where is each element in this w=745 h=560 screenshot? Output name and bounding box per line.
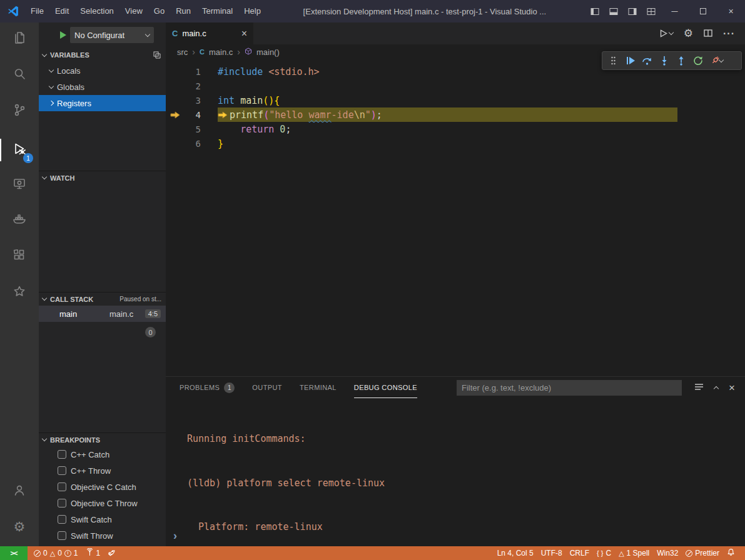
code-line[interactable]: 3 int main(){: [166, 93, 745, 108]
checkbox[interactable]: [58, 450, 66, 459]
menu-item-go[interactable]: Go: [148, 0, 170, 22]
breadcrumb-folder[interactable]: src: [177, 48, 188, 57]
close-window-button[interactable]: ×: [717, 0, 745, 22]
checkbox[interactable]: [58, 499, 66, 508]
close-panel-icon[interactable]: ×: [729, 382, 735, 393]
menu-item-run[interactable]: Run: [170, 0, 196, 22]
eol-indicator[interactable]: CRLF: [566, 546, 593, 560]
code-line-current[interactable]: 4 printf("hello wamr-ide\n");: [166, 108, 745, 122]
language-mode[interactable]: { } C: [593, 546, 615, 560]
stack-frame-row[interactable]: main main.c 4:5: [39, 306, 166, 322]
step-out-icon[interactable]: [672, 52, 689, 69]
panel-tab-bar: PROBLEMS 1 OUTPUT TERMINAL DEBUG CONSOLE…: [166, 377, 745, 398]
activity-explorer[interactable]: [0, 24, 39, 54]
c-language-icon: C: [172, 29, 178, 38]
maximize-button[interactable]: [689, 0, 717, 22]
debug-console-output: Running initCommands: (lldb) platform se…: [166, 398, 745, 560]
star-icon: [12, 284, 27, 301]
debug-config-dropdown[interactable]: No Configurat: [70, 27, 154, 43]
tab-main-c[interactable]: C main.c ×: [166, 22, 253, 44]
activity-docker[interactable]: [0, 205, 39, 235]
toolbar-drag-grip[interactable]: [605, 52, 622, 69]
code-line[interactable]: 5 return 0;: [166, 122, 745, 136]
breakpoint-gutter[interactable]: [166, 111, 185, 119]
prettier-status[interactable]: Prettier: [682, 546, 723, 560]
menu-item-help[interactable]: Help: [238, 0, 266, 22]
variables-item-locals[interactable]: Locals: [39, 62, 166, 79]
remote-indicator[interactable]: ><: [0, 546, 28, 560]
step-into-icon[interactable]: [656, 52, 672, 69]
code-line[interactable]: 6 }: [166, 136, 745, 151]
activity-accounts[interactable]: [0, 476, 39, 506]
breakpoint-row-cpp-catch[interactable]: C++ Catch: [39, 446, 166, 462]
tab-output[interactable]: OUTPUT: [252, 377, 282, 398]
checkbox[interactable]: [58, 482, 66, 491]
menu-item-terminal[interactable]: Terminal: [196, 0, 238, 22]
split-editor-icon[interactable]: [704, 28, 712, 39]
activity-search[interactable]: [0, 60, 39, 90]
cursor-position[interactable]: Ln 4, Col 5: [494, 546, 537, 560]
breakpoint-row-objc-throw[interactable]: Objective C Throw: [39, 495, 166, 511]
breadcrumb-file[interactable]: main.c: [209, 48, 233, 57]
frame-function-name: main: [59, 309, 109, 319]
breadcrumb-symbol[interactable]: main(): [256, 48, 280, 57]
debug-extension-status[interactable]: [104, 546, 119, 560]
activity-run-debug[interactable]: 1: [0, 135, 39, 165]
chevron-down-icon: [42, 51, 47, 56]
maximize-panel-icon[interactable]: [714, 386, 719, 391]
tab-debug-console[interactable]: DEBUG CONSOLE: [354, 377, 417, 398]
minimize-button[interactable]: ─: [661, 0, 689, 22]
activity-remote-explorer[interactable]: [0, 170, 39, 200]
tab-terminal[interactable]: TERMINAL: [300, 377, 337, 398]
menu-item-file[interactable]: File: [25, 0, 49, 22]
call-stack-section-header[interactable]: CALL STACK Paused on st...: [39, 292, 166, 306]
toggle-primary-sidebar-icon[interactable]: [585, 0, 604, 22]
console-menu-icon[interactable]: [694, 382, 704, 393]
watch-section-header[interactable]: WATCH: [39, 171, 166, 184]
breakpoint-row-cpp-throw[interactable]: C++ Throw: [39, 462, 166, 479]
encoding-indicator[interactable]: UTF-8: [537, 546, 566, 560]
continue-icon[interactable]: [622, 52, 639, 69]
activity-extensions[interactable]: [0, 241, 39, 271]
variables-item-registers[interactable]: Registers: [39, 95, 166, 111]
settings-gear-icon[interactable]: ⚙: [684, 28, 693, 39]
inline-breakpoint-arrow-icon: [218, 111, 228, 119]
notifications-bell[interactable]: [723, 546, 739, 560]
menu-item-view[interactable]: View: [119, 0, 148, 22]
breakpoint-row-objc-catch[interactable]: Objective C Catch: [39, 479, 166, 495]
breakpoint-row-swift-catch[interactable]: Swift Catch: [39, 511, 166, 528]
problems-status[interactable]: 0 △ 0 1: [30, 546, 82, 560]
variables-section-header[interactable]: VARIABLES: [39, 48, 166, 62]
variables-item-globals[interactable]: Globals: [39, 79, 166, 95]
code-line[interactable]: 2: [166, 79, 745, 93]
activity-source-control[interactable]: [0, 96, 39, 126]
menu-item-edit[interactable]: Edit: [49, 0, 74, 22]
ports-status[interactable]: 1: [82, 546, 104, 560]
toggle-secondary-sidebar-icon[interactable]: [623, 0, 642, 22]
console-input-prompt[interactable]: ›: [173, 530, 177, 541]
errors-icon: [34, 550, 41, 557]
chevron-down-icon: [42, 436, 47, 441]
start-debugging-icon[interactable]: [60, 31, 66, 39]
close-tab-icon[interactable]: ×: [241, 29, 247, 39]
editor-actions: ⚙ ···: [659, 28, 735, 39]
menu-item-selection[interactable]: Selection: [74, 0, 119, 22]
checkbox[interactable]: [58, 531, 66, 540]
run-or-debug-icon[interactable]: [659, 29, 673, 38]
breakpoints-section-header[interactable]: BREAKPOINTS: [39, 432, 166, 446]
toggle-panel-icon[interactable]: [604, 0, 623, 22]
restart-icon[interactable]: [689, 52, 706, 69]
copy-icon[interactable]: [153, 51, 161, 59]
activity-favorites[interactable]: [0, 278, 39, 308]
checkbox[interactable]: [58, 466, 66, 475]
breakpoint-row-swift-throw[interactable]: Swift Throw: [39, 528, 166, 544]
checkbox[interactable]: [58, 515, 66, 524]
platform-indicator[interactable]: Win32: [653, 546, 682, 560]
tab-problems[interactable]: PROBLEMS 1: [180, 377, 235, 398]
console-filter-input[interactable]: [457, 380, 682, 396]
step-over-icon[interactable]: [639, 52, 656, 69]
more-actions-icon[interactable]: ···: [723, 28, 735, 39]
activity-settings[interactable]: ⚙: [0, 511, 39, 541]
spell-checker-status[interactable]: △ 1 Spell: [615, 546, 653, 560]
customize-layout-icon[interactable]: [642, 0, 661, 22]
